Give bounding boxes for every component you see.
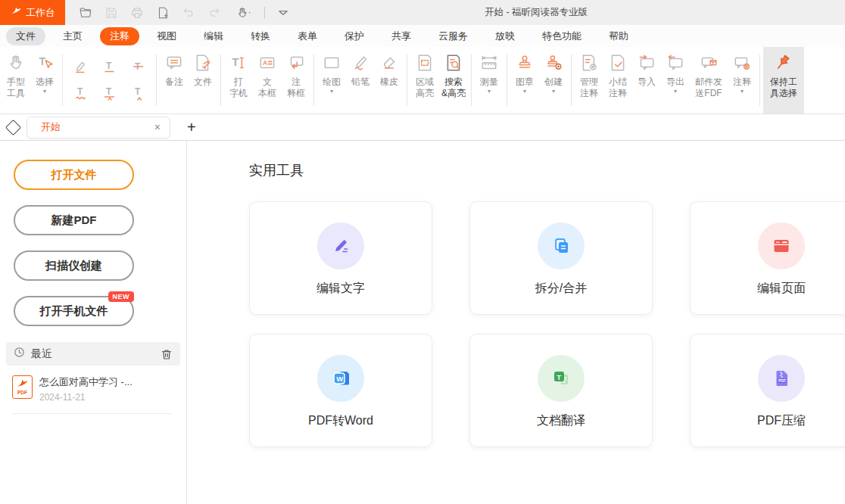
clear-recent-trash-icon[interactable] (161, 348, 173, 360)
ribbon-separator (407, 54, 407, 106)
import-comments-icon (637, 53, 656, 75)
note-comment-button[interactable]: 备注 (160, 47, 189, 114)
hand-mode-icon[interactable] (232, 5, 254, 20)
scanner-create-button[interactable]: 扫描仪创建 (14, 250, 134, 281)
strikethrough-text-button[interactable]: T (125, 54, 151, 79)
open-file-label: 打开文件 (51, 168, 97, 181)
ribbon-group-drawing: 绘图 ▾ 铅笔 橡皮 (317, 47, 404, 114)
menu-tab-file[interactable]: 文件 (6, 27, 45, 45)
ribbon-group-text-markup: T T T T T (67, 47, 151, 114)
menu-tab-comment[interactable]: 注释 (100, 27, 139, 45)
customize-toolbar-chevron-icon[interactable] (276, 5, 291, 20)
ribbon-group-comment-mgmt: 管理 注释 小结 注释 导入 导出 ▾ 邮件发 送FDF 注释 ▾ (575, 47, 756, 114)
comments-dropdown-button[interactable]: 注释 ▾ (728, 47, 756, 114)
insert-caret-button[interactable]: T (125, 81, 151, 106)
menu-tab-convert[interactable]: 转换 (241, 27, 280, 45)
card-edit-text[interactable]: 编辑文字 (249, 201, 432, 315)
select-tool-button[interactable]: T 选择 ▾ (30, 47, 59, 114)
translate-icon: T (538, 355, 585, 402)
hand-icon (6, 53, 26, 75)
workbench-label: 工作台 (26, 6, 55, 20)
manage-comments-button[interactable]: 管理 注释 (575, 47, 603, 114)
pencil-nib-icon[interactable] (5, 119, 21, 135)
stamp-button[interactable]: 图章 ▾ (510, 47, 539, 114)
open-folder-icon[interactable] (78, 5, 93, 20)
measure-button[interactable]: 测量 ▾ (475, 47, 504, 114)
menu-tab-projection[interactable]: 放映 (485, 27, 525, 45)
email-fdf-button[interactable]: 邮件发 送FDF (690, 47, 728, 114)
card-pdf-to-word[interactable]: W PDF转Word (249, 334, 432, 447)
svg-text:PDF: PDF (778, 379, 786, 383)
pdf-file-icon: PDF (12, 375, 33, 399)
menu-tab-form[interactable]: 表单 (288, 27, 327, 45)
card-pdf-compress[interactable]: PDF PDF压缩 (690, 334, 845, 447)
ribbon-group-measure: 测量 ▾ (475, 47, 504, 114)
card-edit-pages[interactable]: 编辑页面 (690, 201, 845, 315)
select-tool-label: 选择 (36, 76, 54, 88)
card-translate[interactable]: T 文档翻译 (469, 334, 653, 447)
ribbon-group-typing: T 打 字机 A 文 本框 注 释框 (224, 47, 310, 114)
menu-tab-share[interactable]: 共享 (382, 27, 421, 45)
typewriter-button[interactable]: T 打 字机 (224, 47, 253, 114)
save-icon[interactable] (104, 5, 119, 20)
highlight-text-button[interactable] (67, 54, 94, 79)
ribbon-group-highlight: 区域 高亮 搜索 &高亮 (410, 47, 468, 114)
card-edit-text-label: 编辑文字 (316, 281, 365, 297)
open-mobile-file-button[interactable]: 打开手机文件 NEW (14, 296, 134, 326)
attach-file-button[interactable]: 文件 (189, 47, 217, 114)
keep-tool-selected-label: 保持工 具选择 (770, 76, 797, 99)
eraser-tool-label: 橡皮 (380, 76, 398, 88)
replace-text-button[interactable]: T (96, 81, 123, 106)
clock-icon (14, 347, 25, 361)
area-highlight-button[interactable]: 区域 高亮 (410, 47, 439, 114)
ruler-icon (479, 53, 499, 75)
menu-tab-features[interactable]: 特色功能 (532, 27, 591, 45)
import-comments-button[interactable]: 导入 (632, 47, 661, 114)
pushpin-icon (774, 53, 794, 75)
draw-dropdown-caret: ▾ (330, 89, 333, 95)
menu-bar: 文件 主页 注释 视图 编辑 转换 表单 保护 共享 云服务 放映 特色功能 帮… (0, 25, 845, 47)
undo-icon[interactable] (181, 5, 196, 20)
hand-tool-button[interactable]: 手型 工具 (2, 47, 30, 114)
keep-tool-selected-button[interactable]: 保持工 具选择 (763, 47, 804, 114)
ribbon-separator (156, 54, 157, 106)
callout-button[interactable]: 注 释框 (282, 47, 310, 114)
create-stamp-button[interactable]: 创建 ▾ (539, 47, 568, 114)
new-tab-button[interactable]: + (182, 119, 201, 135)
edit-pages-icon (758, 222, 805, 269)
tab-start-page[interactable]: 开始 × (27, 117, 170, 138)
menu-tab-help[interactable]: 帮助 (599, 27, 638, 45)
draw-shapes-button[interactable]: 绘图 ▾ (317, 47, 346, 114)
tab-close-icon[interactable]: × (153, 121, 162, 133)
export-comments-button[interactable]: 导出 ▾ (661, 47, 690, 114)
file-pin-icon (193, 53, 213, 75)
import-comments-label: 导入 (638, 76, 656, 88)
note-comment-label: 备注 (165, 76, 183, 88)
menu-tab-protect[interactable]: 保护 (335, 27, 374, 45)
pdf-to-word-icon: W (317, 355, 364, 402)
open-mobile-file-label: 打开手机文件 (40, 304, 108, 317)
search-highlight-button[interactable]: 搜索 &高亮 (439, 47, 468, 114)
recent-file-item[interactable]: PDF 怎么面对高中学习 -... 2024-11-21 (12, 375, 172, 414)
card-split-merge[interactable]: 拆分/合并 (469, 201, 653, 315)
summarize-comments-button[interactable]: 小结 注释 (603, 47, 632, 114)
menu-tab-home[interactable]: 主页 (53, 27, 92, 45)
eraser-tool-button[interactable]: 橡皮 (375, 47, 404, 114)
new-document-icon[interactable] (155, 5, 170, 20)
pdf-compress-icon: PDF (758, 355, 805, 402)
pencil-tool-button[interactable]: 铅笔 (346, 47, 375, 114)
print-icon[interactable] (129, 5, 145, 20)
menu-tab-edit[interactable]: 编辑 (194, 27, 233, 45)
menu-tab-view[interactable]: 视图 (147, 27, 186, 45)
squiggly-underline-button[interactable]: T (67, 81, 94, 106)
menu-tab-cloud[interactable]: 云服务 (429, 27, 478, 45)
workbench-button[interactable]: 工作台 (0, 0, 65, 25)
textbox-button[interactable]: A 文 本框 (253, 47, 282, 114)
measure-dropdown-caret: ▾ (488, 89, 491, 95)
open-file-button[interactable]: 打开文件 (14, 160, 134, 190)
export-comments-label: 导出 (666, 76, 684, 88)
underline-text-button[interactable]: T (96, 54, 123, 79)
redo-icon[interactable] (207, 5, 222, 20)
edit-text-icon (317, 222, 364, 269)
new-pdf-button[interactable]: 新建PDF (14, 205, 134, 235)
